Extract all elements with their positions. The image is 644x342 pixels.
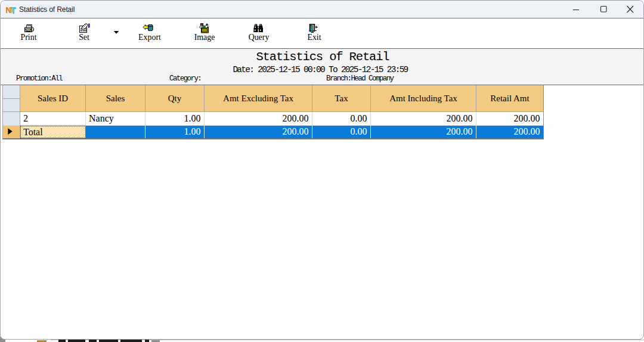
svg-text:S: S — [9, 6, 14, 14]
